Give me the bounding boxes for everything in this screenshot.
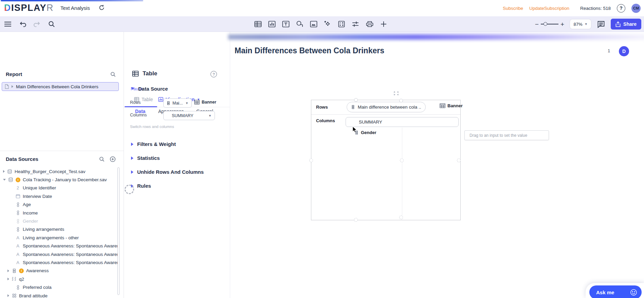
rows-dropdown[interactable]: Mai... ▼ xyxy=(163,98,192,108)
update-subscription-link[interactable]: UpdateSubscription xyxy=(529,6,569,11)
tree-item-variable[interactable]: A Spontaneous Awareness: Spontaneous Awa… xyxy=(0,242,118,250)
widget-banner-button[interactable]: Banner xyxy=(440,103,463,108)
page-canvas: Main Differences Between Cola Drinkers 1… xyxy=(230,32,644,298)
tree-item-label: Income xyxy=(23,210,38,216)
chevron-down-icon[interactable] xyxy=(3,179,6,181)
add-icon[interactable] xyxy=(380,20,387,28)
section-data-source[interactable]: Data Source xyxy=(131,86,168,92)
redo-icon[interactable] xyxy=(34,21,41,27)
table-widget[interactable]: Rows Main difference between cola ... Ba… xyxy=(311,100,461,220)
insert-image-icon[interactable] xyxy=(310,20,318,28)
refresh-icon[interactable] xyxy=(98,4,105,11)
tree-item-dataset[interactable]: Healthy_Burger_Concept_Test.sav xyxy=(0,167,118,175)
tree-item-label: Brand attitude xyxy=(19,293,48,298)
insert-text-icon[interactable] xyxy=(282,20,290,28)
menu-icon[interactable] xyxy=(4,21,12,27)
move-handle-icon[interactable] xyxy=(393,91,399,96)
switch-rows-columns-link[interactable]: Switch rows and columns xyxy=(130,125,174,129)
resize-handle[interactable] xyxy=(309,159,313,162)
tree-item-variable[interactable]: 2 Unique Identifier xyxy=(0,184,118,192)
zoom-slider-knob[interactable] xyxy=(544,22,547,26)
chevron-right-icon[interactable] xyxy=(3,170,5,173)
report-item-selected[interactable]: Main Differences Between Cola Drinkers xyxy=(2,82,119,91)
user-avatar[interactable]: CM xyxy=(631,4,641,13)
ordinal-icon xyxy=(15,227,20,232)
widget-rows-input[interactable]: Main difference between cola ... xyxy=(347,102,426,112)
section-filters-weight[interactable]: Filters & Weight xyxy=(131,141,176,147)
tree-item-dataset[interactable]: ! Cola Tracking - January to December.sa… xyxy=(0,175,118,184)
chart-icon xyxy=(158,97,163,102)
section-statistics[interactable]: Statistics xyxy=(131,155,160,161)
page-title[interactable]: Main Differences Between Cola Drinkers xyxy=(235,46,384,55)
filter-sliders-icon[interactable] xyxy=(351,20,360,28)
resize-handle[interactable] xyxy=(399,99,403,103)
tree-item-variable[interactable]: Gender xyxy=(0,217,118,225)
subscribe-link[interactable]: Subscribe xyxy=(503,6,523,11)
drag-tooltip: Drag to an input to set the value xyxy=(464,130,549,140)
help-icon[interactable]: ? xyxy=(617,4,625,13)
insert-shape-icon[interactable] xyxy=(296,20,304,28)
add-data-source-icon[interactable] xyxy=(110,156,116,162)
calculator-icon[interactable] xyxy=(337,20,346,28)
scrollbar[interactable] xyxy=(117,167,119,295)
undo-icon[interactable] xyxy=(19,21,26,27)
tree-item-question[interactable]: ! Awareness xyxy=(0,267,118,275)
tree-item-question[interactable]: 2 22 2 q2 xyxy=(0,275,118,283)
tree-item-variable[interactable]: Age xyxy=(0,201,118,209)
widget-drag-item[interactable]: Gender xyxy=(355,130,376,135)
tree-item-variable[interactable]: Interview Date xyxy=(0,192,118,200)
insert-chart-icon[interactable] xyxy=(268,20,276,28)
widget-columns-input[interactable]: SUMMARY xyxy=(346,117,459,127)
section-rules[interactable]: Rules xyxy=(131,183,151,189)
widget-columns-value: SUMMARY xyxy=(359,119,382,125)
help-icon[interactable]: ? xyxy=(210,71,217,77)
tree-item-variable[interactable]: A Living arrangements - other xyxy=(0,234,118,242)
share-button[interactable]: Share xyxy=(611,19,641,30)
resize-handle[interactable] xyxy=(354,98,358,102)
text-variable-icon: A xyxy=(15,243,20,248)
tree-item-label: Age xyxy=(23,202,31,207)
chevron-right-icon[interactable] xyxy=(7,269,9,272)
printer-icon[interactable] xyxy=(365,20,374,28)
zoom-slider[interactable]: − + xyxy=(535,21,564,27)
rows-label: Rows xyxy=(130,100,141,105)
active-tab-underline xyxy=(125,106,157,107)
ask-me-container: Ask me xyxy=(586,283,644,298)
tree-item-variable[interactable]: Income xyxy=(0,209,118,217)
chevron-right-icon[interactable] xyxy=(12,85,13,88)
section-unhide-rows-columns[interactable]: Unhide Rows And Columns xyxy=(131,169,204,175)
resize-handle[interactable] xyxy=(399,216,403,219)
resize-handle[interactable] xyxy=(400,159,404,162)
share-icon xyxy=(615,21,621,27)
page-avatar[interactable]: D xyxy=(619,46,629,56)
search-icon[interactable] xyxy=(48,21,55,27)
numeric-grid-icon: 2 22 2 xyxy=(12,277,17,281)
resize-handle[interactable] xyxy=(457,159,461,162)
zoom-out-icon[interactable]: − xyxy=(535,21,539,27)
tree-item-variable[interactable]: Preferred cola xyxy=(0,283,118,291)
resize-handle[interactable] xyxy=(354,218,358,222)
page-number: 1 xyxy=(608,48,610,53)
share-button-label: Share xyxy=(623,21,637,27)
tree-item-variable[interactable]: A Spontaneous Awareness: Spontaneous Awa… xyxy=(0,258,118,266)
ai-sparkle-icon[interactable] xyxy=(324,20,332,28)
report-search-icon[interactable] xyxy=(110,72,116,77)
calendar-icon xyxy=(15,194,20,199)
tree-item-variable[interactable]: Living arrangements xyxy=(0,225,118,234)
insert-table-icon[interactable] xyxy=(254,20,262,28)
tree-item-variable[interactable]: A Spontaneous Awareness: Spontaneous Awa… xyxy=(0,250,118,258)
zoom-in-icon[interactable]: + xyxy=(560,21,564,27)
zoom-level-dropdown[interactable]: 87% ▼ xyxy=(570,19,591,29)
chevron-right-icon[interactable] xyxy=(7,278,9,280)
columns-dropdown[interactable]: SUMMARY ▼ xyxy=(163,111,215,120)
main-toolbar: − + 87% ▼ Share xyxy=(0,16,644,32)
zoom-slider-track[interactable] xyxy=(541,24,558,24)
comments-icon[interactable] xyxy=(597,20,605,28)
chevron-down-icon: ▼ xyxy=(585,22,588,26)
data-sources-search-icon[interactable] xyxy=(99,156,105,162)
banner-button[interactable]: Banner xyxy=(194,100,216,105)
triangle-right-icon xyxy=(131,156,133,160)
chevron-right-icon[interactable] xyxy=(7,294,9,297)
tree-item-question[interactable]: Brand attitude xyxy=(0,292,118,298)
ask-me-button[interactable]: Ask me xyxy=(589,285,642,298)
